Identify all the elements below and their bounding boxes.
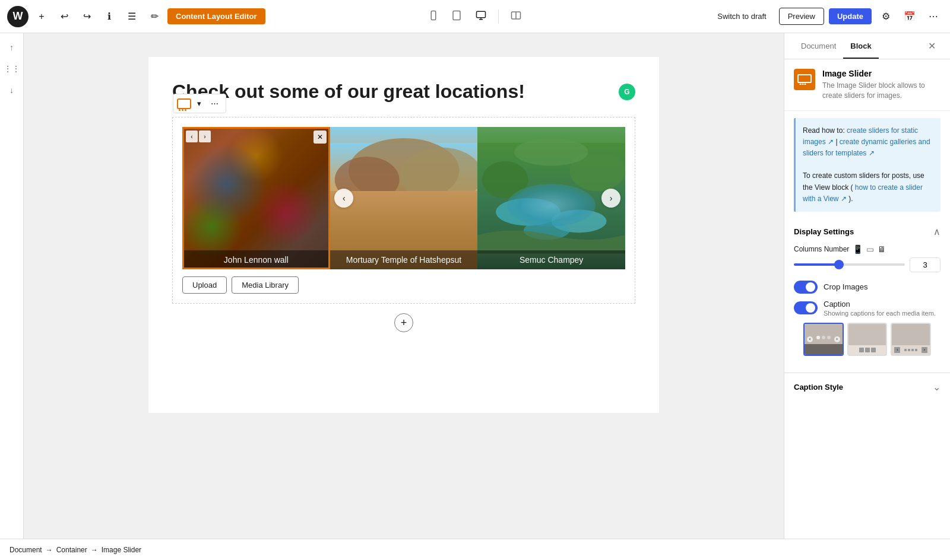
left-sidebar: ↑ ⋮⋮ ↓ [0,33,24,539]
slide-1-caption: John Lennon wall [182,250,330,269]
more-options-button[interactable]: ⋯ [924,7,943,26]
svg-rect-2 [453,11,460,20]
upload-row: Upload Media Library [182,276,625,294]
caption-toggle-row: Caption Showing captions for each media … [794,300,940,317]
redo-button[interactable]: ↪ [77,7,96,26]
caption-style-section: Caption Style ⌄ [784,373,950,401]
svg-point-30 [800,84,802,85]
preview-button[interactable]: Preview [779,8,824,25]
toolbar-right: Switch to draft Preview Update ⚙ 📅 ⋯ [531,7,943,26]
block-icon [794,69,815,90]
crop-images-toggle-row: Crop Images [794,281,940,294]
caption-sublabel: Showing captions for each media item. [824,310,936,317]
block-description: The Image Slider block allows to create … [822,81,940,101]
info-box: Read how to: create sliders for static i… [794,118,940,212]
caption-style-title: Caption Style [794,383,843,392]
breadcrumb-sep-2: → [91,546,98,554]
info-button[interactable]: ℹ [100,7,119,26]
caption-thumbs-row: ‹ › [794,323,940,365]
breadcrumb-item-document[interactable]: Document [10,546,42,554]
block-name: Image Slider [822,69,940,78]
svg-rect-29 [798,75,811,82]
wp-logo[interactable]: W [7,6,28,27]
upload-button[interactable]: Upload [182,276,227,294]
switch-draft-button[interactable]: Switch to draft [710,8,774,25]
add-block-toolbar-button[interactable]: + [32,7,51,26]
desktop-icon[interactable]: 🖥 [878,244,886,254]
tab-block[interactable]: Block [843,33,878,59]
slider-block-wrapper: ▾ ⋯ ‹ › ✕ John Lennon wall [172,117,635,304]
svg-rect-17 [394,205,400,225]
tab-document[interactable]: Document [794,33,843,59]
image-slider: ‹ › ✕ John Lennon wall ‹ › [182,127,625,269]
svg-point-31 [802,84,804,85]
slide-1-delete[interactable]: ✕ [314,131,327,144]
grammarly-icon: G [619,84,635,100]
toolbar-left: W + ↩ ↪ ℹ ☰ ✏ Content Layout Editor [7,6,420,27]
editor-title-button[interactable]: Content Layout Editor [167,8,265,24]
svg-point-32 [805,84,806,85]
crop-images-toggle[interactable] [794,281,818,294]
tablet-icon[interactable]: ▭ [866,244,874,254]
block-toolbar-dropdown[interactable]: ▾ [194,97,205,110]
calendar-button[interactable]: 📅 [900,7,919,26]
mobile-view-button[interactable] [425,8,442,26]
info-line1: Read how to: [803,126,847,135]
crop-images-label: Crop Images [824,282,867,291]
columns-range-slider[interactable] [794,263,905,266]
split-view-button[interactable] [506,8,526,26]
display-settings-title: Display Settings [794,227,854,236]
left-nav-down[interactable]: ↓ [2,81,21,100]
slide-1-next[interactable]: › [199,131,211,142]
toolbar-center [425,8,526,26]
columns-label-row: Columns Number 📱 ▭ 🖥 [794,244,940,254]
display-settings: Display Settings ∧ Columns Number 📱 ▭ 🖥 … [784,219,950,373]
block-info: Image Slider The Image Slider block allo… [784,59,950,111]
edit-button[interactable]: ✏ [145,7,164,26]
update-button[interactable]: Update [829,8,872,24]
slide-1-image [182,127,330,269]
right-sidebar: Document Block ✕ Image Slider The Image … [784,33,950,539]
block-toolbar-more[interactable]: ⋯ [207,97,222,110]
columns-number-input[interactable]: 3 [910,257,940,272]
toolbar-divider [498,9,499,24]
breadcrumb-item-container[interactable]: Container [56,546,87,554]
list-view-button[interactable]: ☰ [122,7,141,26]
tablet-view-button[interactable] [447,8,466,26]
columns-number-setting: Columns Number 📱 ▭ 🖥 3 [794,244,940,272]
desktop-view-button[interactable] [471,8,491,26]
left-nav-up[interactable]: ↑ [2,38,21,57]
mobile-icon[interactable]: 📱 [853,244,863,254]
slider-next-button[interactable]: › [601,189,620,208]
page-heading-row: Check out some of our great locations! G [172,81,635,103]
page-heading[interactable]: Check out some of our great locations! [172,81,612,103]
caption-style-collapse[interactable]: ⌄ [933,381,940,393]
settings-button[interactable]: ⚙ [876,7,895,26]
main-layout: ↑ ⋮⋮ ↓ Check out some of our great locat… [0,33,950,539]
sidebar-close-button[interactable]: ✕ [923,33,940,59]
caption-thumb-1[interactable]: ‹ › [803,323,844,356]
media-library-button[interactable]: Media Library [232,276,299,294]
image-slider-icon [797,74,812,85]
display-settings-header: Display Settings ∧ [794,226,940,237]
slide-item-1[interactable]: ‹ › ✕ John Lennon wall [182,127,330,269]
caption-toggle[interactable] [794,301,818,314]
breadcrumb-item-image-slider[interactable]: Image Slider [102,546,141,554]
sidebar-tabs: Document Block ✕ [784,33,950,59]
slider-block-icon-small [177,98,191,109]
slide-1-prev[interactable]: ‹ [186,131,198,142]
slider-prev-button[interactable]: ‹ [334,189,353,208]
display-settings-collapse[interactable]: ∧ [933,226,940,237]
caption-thumb-3[interactable]: ‹ › [891,323,931,356]
slide-2-caption: Mortuary Temple of Hatshepsut [330,250,478,269]
caption-toggle-labels: Caption Showing captions for each media … [824,300,936,317]
svg-rect-14 [353,208,359,226]
left-nav-dots[interactable]: ⋮⋮ [2,59,21,78]
caption-thumb-2[interactable] [847,323,888,356]
add-block-button[interactable]: + [394,313,413,332]
caption-style-header: Caption Style ⌄ [794,381,940,393]
svg-rect-16 [381,205,386,225]
svg-point-23 [482,161,528,198]
main-toolbar: W + ↩ ↪ ℹ ☰ ✏ Content Layout Editor [0,0,950,33]
undo-button[interactable]: ↩ [55,7,74,26]
